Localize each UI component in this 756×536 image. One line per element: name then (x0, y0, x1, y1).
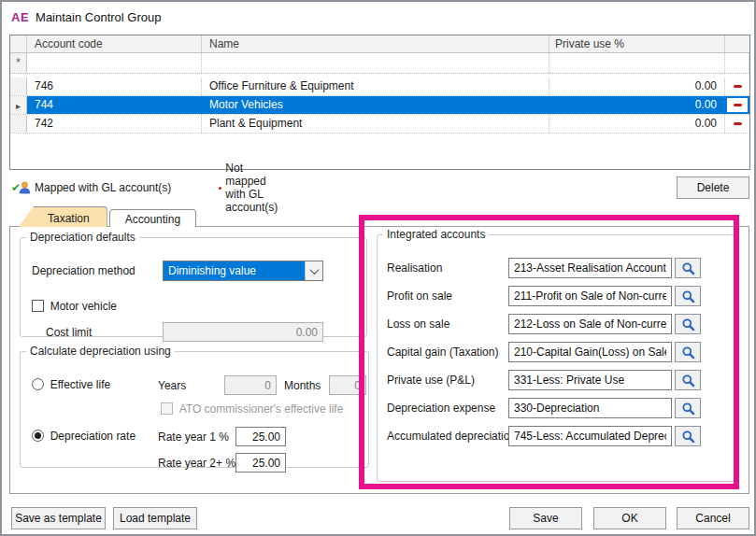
integrated-account-row: Profit on sale (387, 286, 728, 306)
integrated-account-row: Depreciation expense (387, 398, 728, 418)
cell-name[interactable]: Plant & Equipment (202, 115, 549, 133)
account-label: Accumulated depreciation (387, 430, 508, 443)
row-header-cell[interactable]: ▸ (10, 96, 27, 114)
integrated-account-row: Capital gain (Taxation) (387, 342, 728, 362)
col-header-account-code[interactable]: Account code (27, 35, 202, 52)
col-header-name[interactable]: Name (202, 35, 549, 52)
label-months: Months (284, 379, 321, 392)
titlebar: AE Maintain Control Group (2, 2, 754, 32)
search-account-button[interactable] (675, 370, 701, 390)
cell-private-use[interactable]: 0.00 (549, 115, 725, 133)
account-label: Profit on sale (387, 289, 508, 303)
new-row-cell[interactable] (27, 53, 202, 73)
cell-account-code[interactable]: 742 (27, 115, 202, 133)
red-dash-icon (219, 187, 221, 190)
cell-name[interactable]: Motor Vehicles (202, 96, 549, 114)
cell-mapping-indicator (725, 115, 749, 133)
cell-account-code[interactable]: 744 (27, 96, 202, 114)
new-row-cell[interactable] (202, 53, 549, 73)
table-row[interactable]: ▸ 744 Motor Vehicles 0.00 (10, 96, 749, 115)
save-as-template-button[interactable]: Save as template (11, 507, 106, 529)
ok-button[interactable]: OK (593, 507, 666, 529)
search-account-button[interactable] (675, 314, 701, 334)
label-cost-limit: Cost limit (46, 326, 92, 339)
integrated-account-row: Private use (P&L) (387, 370, 728, 390)
account-input[interactable] (508, 258, 672, 278)
account-label: Realisation (387, 261, 508, 275)
rate-year-1-input[interactable] (235, 427, 286, 446)
cell-private-use[interactable]: 0.00 (549, 78, 725, 95)
cell-mapping-indicator (725, 96, 749, 114)
account-input[interactable] (508, 342, 672, 362)
search-account-button[interactable] (675, 342, 701, 362)
cell-mapping-indicator (725, 78, 749, 95)
legend: ✔ Mapped with GL account(s) Not mapped w… (11, 179, 171, 196)
row-header-corner (10, 35, 27, 52)
legend-not-mapped-label: Not mapped with GL account(s) (225, 162, 283, 214)
search-account-button[interactable] (675, 258, 701, 278)
years-input (224, 375, 277, 395)
new-row-cell[interactable] (549, 53, 725, 73)
new-row[interactable]: * (10, 53, 749, 74)
not-mapped-icon (734, 104, 742, 106)
account-label: Depreciation expense (387, 402, 508, 415)
rate-year-2-input[interactable] (235, 453, 286, 473)
save-button[interactable]: Save (509, 507, 582, 529)
cancel-button[interactable]: Cancel (677, 507, 749, 529)
integrated-account-row: Accumulated depreciation (387, 426, 728, 446)
person-icon (19, 181, 31, 194)
tab-taxation[interactable]: Taxation (19, 206, 107, 227)
row-header-cell[interactable]: ▸ (10, 78, 27, 95)
row-header-cell[interactable]: ▸ (10, 115, 27, 133)
grid-header-row: Account code Name Private use % (10, 35, 749, 53)
radio-circle[interactable] (32, 378, 44, 390)
cell-private-use[interactable]: 0.00 (549, 96, 725, 114)
search-icon (681, 430, 695, 444)
integrated-account-row: Realisation (387, 258, 728, 278)
label-rate-year-1: Rate year 1 % (158, 430, 229, 444)
depreciation-method-select[interactable]: Diminishing value (163, 261, 323, 281)
search-icon (681, 374, 695, 388)
table-row[interactable]: ▸ 742 Plant & Equipment 0.00 (10, 115, 749, 134)
radio-circle[interactable] (32, 430, 44, 442)
table-row[interactable]: ▸ 746 Office Furniture & Equipment 0.00 (10, 78, 749, 96)
checkbox-box[interactable] (32, 300, 44, 312)
depreciation-rate-radio[interactable]: Depreciation rate (32, 430, 136, 443)
combo-dropdown-button[interactable] (305, 261, 322, 280)
checkbox-box (161, 402, 173, 415)
delete-button[interactable]: Delete (677, 176, 749, 199)
search-account-button[interactable] (675, 286, 701, 306)
accounts-grid: Account code Name Private use % * ▸ 746 … (9, 35, 750, 170)
cost-limit-input (163, 322, 323, 342)
label-depreciation-method: Depreciation method (32, 264, 136, 277)
account-input[interactable] (508, 398, 672, 418)
label-rate-year-2: Rate year 2+ % (158, 457, 235, 470)
account-input[interactable] (508, 370, 672, 390)
grid-rows-container: ▸ 746 Office Furniture & Equipment 0.00 … (10, 78, 749, 134)
search-icon (681, 402, 695, 416)
label-depreciation-rate: Depreciation rate (50, 430, 136, 443)
search-icon (681, 346, 695, 360)
new-row-header-cell: * (10, 53, 27, 73)
integrated-accounts-rows: Realisation Profit on sale Loss on sale (387, 258, 728, 454)
group-title: Integrated accounts (383, 228, 489, 241)
row-selector-arrow: ▸ (16, 101, 21, 111)
tab-accounting[interactable]: Accounting (109, 209, 196, 227)
search-account-button[interactable] (675, 398, 701, 418)
months-input (329, 375, 366, 395)
account-input[interactable] (508, 426, 672, 446)
cell-account-code[interactable]: 746 (27, 78, 202, 95)
col-header-private-use[interactable]: Private use % (549, 35, 725, 52)
search-icon (681, 289, 695, 303)
cell-name[interactable]: Office Furniture & Equipment (202, 78, 549, 95)
motor-vehicle-checkbox[interactable]: Motor vehicle (32, 300, 117, 313)
load-template-button[interactable]: Load template (113, 507, 197, 529)
search-account-button[interactable] (675, 426, 701, 446)
account-input[interactable] (508, 314, 672, 334)
tab-strip: Taxation Accounting (19, 206, 198, 227)
group-calculate-depreciation: Calculate depreciation using Effective l… (20, 345, 369, 468)
effective-life-radio[interactable]: Effective life (32, 378, 110, 391)
not-mapped-icon (734, 122, 742, 125)
account-input[interactable] (508, 286, 672, 306)
tab-panel-taxation: Depreciation defaults Depreciation metho… (9, 226, 749, 494)
